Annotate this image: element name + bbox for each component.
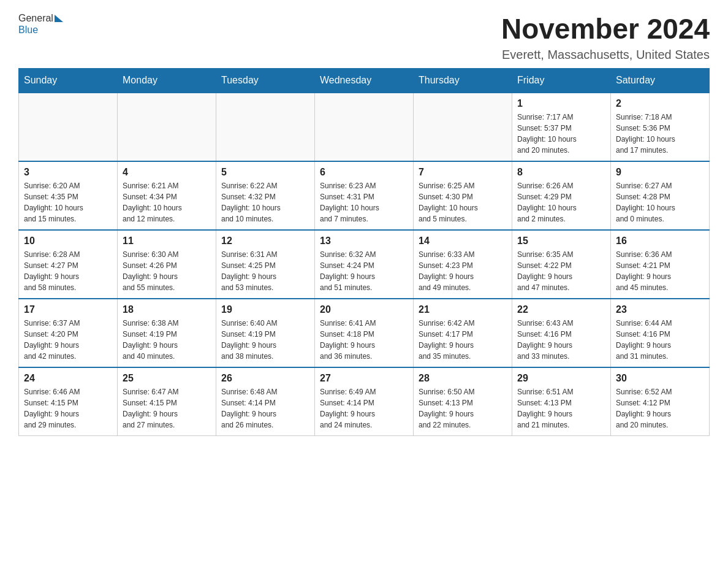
day-number: 19	[221, 304, 309, 315]
header-monday: Monday	[118, 69, 216, 93]
day-info: Sunrise: 6:41 AM Sunset: 4:18 PM Dayligh…	[320, 318, 408, 362]
day-info: Sunrise: 6:50 AM Sunset: 4:13 PM Dayligh…	[419, 386, 507, 431]
day-cell: 26Sunrise: 6:48 AM Sunset: 4:14 PM Dayli…	[216, 367, 315, 436]
day-number: 11	[123, 236, 211, 247]
day-number: 7	[419, 167, 507, 178]
day-number: 1	[517, 98, 605, 109]
day-info: Sunrise: 6:28 AM Sunset: 4:27 PM Dayligh…	[24, 249, 112, 293]
day-cell: 1Sunrise: 7:17 AM Sunset: 5:37 PM Daylig…	[512, 93, 611, 161]
day-cell	[315, 93, 414, 161]
day-info: Sunrise: 6:33 AM Sunset: 4:23 PM Dayligh…	[419, 249, 507, 293]
header-tuesday: Tuesday	[216, 69, 315, 93]
day-info: Sunrise: 6:37 AM Sunset: 4:20 PM Dayligh…	[24, 318, 112, 362]
day-number: 4	[123, 167, 211, 178]
day-number: 24	[24, 373, 112, 384]
day-number: 20	[320, 304, 408, 315]
day-cell: 25Sunrise: 6:47 AM Sunset: 4:15 PM Dayli…	[118, 367, 216, 436]
day-cell: 7Sunrise: 6:25 AM Sunset: 4:30 PM Daylig…	[414, 161, 512, 230]
day-cell: 23Sunrise: 6:44 AM Sunset: 4:16 PM Dayli…	[611, 299, 710, 367]
day-cell: 15Sunrise: 6:35 AM Sunset: 4:22 PM Dayli…	[512, 230, 611, 299]
header-wednesday: Wednesday	[315, 69, 414, 93]
day-cell	[118, 93, 216, 161]
day-cell: 20Sunrise: 6:41 AM Sunset: 4:18 PM Dayli…	[315, 299, 414, 367]
day-info: Sunrise: 6:32 AM Sunset: 4:24 PM Dayligh…	[320, 249, 408, 293]
header-saturday: Saturday	[611, 69, 710, 93]
day-cell: 12Sunrise: 6:31 AM Sunset: 4:25 PM Dayli…	[216, 230, 315, 299]
week-row-4: 24Sunrise: 6:46 AM Sunset: 4:15 PM Dayli…	[19, 367, 710, 436]
day-info: Sunrise: 6:35 AM Sunset: 4:22 PM Dayligh…	[517, 249, 605, 293]
week-row-0: 1Sunrise: 7:17 AM Sunset: 5:37 PM Daylig…	[19, 93, 710, 161]
day-number: 8	[517, 167, 605, 178]
week-row-3: 17Sunrise: 6:37 AM Sunset: 4:20 PM Dayli…	[19, 299, 710, 367]
day-number: 29	[517, 373, 605, 384]
day-cell	[216, 93, 315, 161]
day-number: 15	[517, 236, 605, 247]
day-number: 25	[123, 373, 211, 384]
day-info: Sunrise: 6:48 AM Sunset: 4:14 PM Dayligh…	[221, 386, 309, 431]
day-number: 3	[24, 167, 112, 178]
day-cell: 21Sunrise: 6:42 AM Sunset: 4:17 PM Dayli…	[414, 299, 512, 367]
calendar-header-row: SundayMondayTuesdayWednesdayThursdayFrid…	[19, 69, 710, 93]
day-info: Sunrise: 6:44 AM Sunset: 4:16 PM Dayligh…	[616, 318, 704, 362]
day-number: 14	[419, 236, 507, 247]
day-cell: 17Sunrise: 6:37 AM Sunset: 4:20 PM Dayli…	[19, 299, 118, 367]
day-number: 22	[517, 304, 605, 315]
logo-blue-text: Blue	[18, 24, 38, 36]
day-cell: 6Sunrise: 6:23 AM Sunset: 4:31 PM Daylig…	[315, 161, 414, 230]
day-cell: 27Sunrise: 6:49 AM Sunset: 4:14 PM Dayli…	[315, 367, 414, 436]
day-number: 27	[320, 373, 408, 384]
day-cell	[414, 93, 512, 161]
day-cell: 22Sunrise: 6:43 AM Sunset: 4:16 PM Dayli…	[512, 299, 611, 367]
day-cell: 30Sunrise: 6:52 AM Sunset: 4:12 PM Dayli…	[611, 367, 710, 436]
week-row-2: 10Sunrise: 6:28 AM Sunset: 4:27 PM Dayli…	[19, 230, 710, 299]
day-cell: 18Sunrise: 6:38 AM Sunset: 4:19 PM Dayli…	[118, 299, 216, 367]
day-info: Sunrise: 6:46 AM Sunset: 4:15 PM Dayligh…	[24, 386, 112, 431]
day-info: Sunrise: 6:47 AM Sunset: 4:15 PM Dayligh…	[123, 386, 211, 431]
day-cell: 14Sunrise: 6:33 AM Sunset: 4:23 PM Dayli…	[414, 230, 512, 299]
logo-general-text: General	[18, 12, 53, 24]
day-info: Sunrise: 6:40 AM Sunset: 4:19 PM Dayligh…	[221, 318, 309, 362]
day-info: Sunrise: 6:31 AM Sunset: 4:25 PM Dayligh…	[221, 249, 309, 293]
logo-arrow-icon	[55, 15, 63, 22]
day-info: Sunrise: 6:30 AM Sunset: 4:26 PM Dayligh…	[123, 249, 211, 293]
day-info: Sunrise: 7:17 AM Sunset: 5:37 PM Dayligh…	[517, 112, 605, 156]
day-cell	[19, 93, 118, 161]
day-number: 13	[320, 236, 408, 247]
day-info: Sunrise: 6:23 AM Sunset: 4:31 PM Dayligh…	[320, 180, 408, 224]
day-cell: 11Sunrise: 6:30 AM Sunset: 4:26 PM Dayli…	[118, 230, 216, 299]
calendar-title: November 2024	[501, 12, 710, 45]
day-info: Sunrise: 6:27 AM Sunset: 4:28 PM Dayligh…	[616, 180, 704, 224]
day-number: 10	[24, 236, 112, 247]
header-thursday: Thursday	[414, 69, 512, 93]
day-info: Sunrise: 7:18 AM Sunset: 5:36 PM Dayligh…	[616, 112, 704, 156]
day-cell: 8Sunrise: 6:26 AM Sunset: 4:29 PM Daylig…	[512, 161, 611, 230]
day-info: Sunrise: 6:36 AM Sunset: 4:21 PM Dayligh…	[616, 249, 704, 293]
day-info: Sunrise: 6:38 AM Sunset: 4:19 PM Dayligh…	[123, 318, 211, 362]
day-number: 26	[221, 373, 309, 384]
calendar-table: SundayMondayTuesdayWednesdayThursdayFrid…	[18, 68, 710, 436]
day-info: Sunrise: 6:42 AM Sunset: 4:17 PM Dayligh…	[419, 318, 507, 362]
day-info: Sunrise: 6:20 AM Sunset: 4:35 PM Dayligh…	[24, 180, 112, 224]
logo: General Blue	[18, 12, 63, 36]
day-info: Sunrise: 6:49 AM Sunset: 4:14 PM Dayligh…	[320, 386, 408, 431]
day-number: 18	[123, 304, 211, 315]
day-info: Sunrise: 6:43 AM Sunset: 4:16 PM Dayligh…	[517, 318, 605, 362]
day-number: 21	[419, 304, 507, 315]
day-number: 17	[24, 304, 112, 315]
day-number: 6	[320, 167, 408, 178]
header-sunday: Sunday	[19, 69, 118, 93]
day-cell: 9Sunrise: 6:27 AM Sunset: 4:28 PM Daylig…	[611, 161, 710, 230]
day-cell: 2Sunrise: 7:18 AM Sunset: 5:36 PM Daylig…	[611, 93, 710, 161]
header-friday: Friday	[512, 69, 611, 93]
day-cell: 13Sunrise: 6:32 AM Sunset: 4:24 PM Dayli…	[315, 230, 414, 299]
week-row-1: 3Sunrise: 6:20 AM Sunset: 4:35 PM Daylig…	[19, 161, 710, 230]
day-number: 5	[221, 167, 309, 178]
calendar-subtitle: Everett, Massachusetts, United States	[501, 48, 710, 62]
day-info: Sunrise: 6:22 AM Sunset: 4:32 PM Dayligh…	[221, 180, 309, 224]
day-cell: 16Sunrise: 6:36 AM Sunset: 4:21 PM Dayli…	[611, 230, 710, 299]
day-info: Sunrise: 6:52 AM Sunset: 4:12 PM Dayligh…	[616, 386, 704, 431]
day-number: 9	[616, 167, 704, 178]
day-cell: 4Sunrise: 6:21 AM Sunset: 4:34 PM Daylig…	[118, 161, 216, 230]
day-cell: 28Sunrise: 6:50 AM Sunset: 4:13 PM Dayli…	[414, 367, 512, 436]
day-number: 16	[616, 236, 704, 247]
